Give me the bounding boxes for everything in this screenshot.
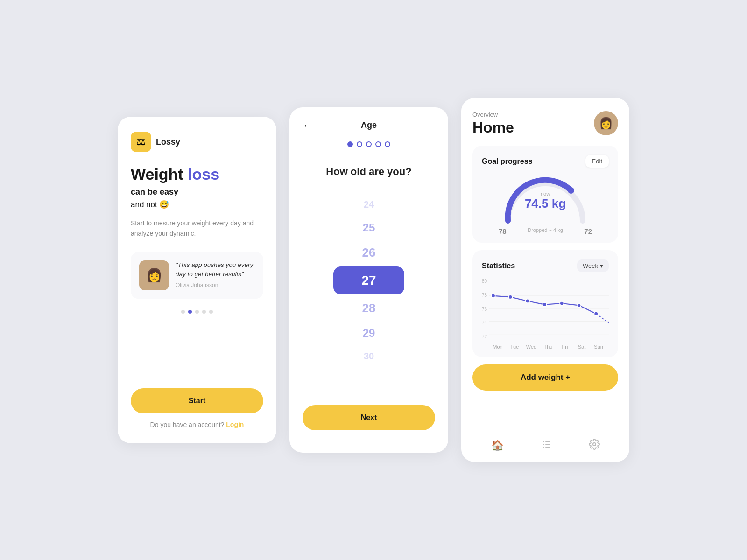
home-title: Home xyxy=(472,119,514,136)
app-name: Lossy xyxy=(156,137,180,147)
prog-dot-3 xyxy=(366,141,372,147)
age-question: How old are you? xyxy=(326,166,411,178)
home-header: Overview Home 👩 xyxy=(472,111,618,136)
start-button[interactable]: Start xyxy=(131,388,263,413)
chart-label-fri: Fri xyxy=(557,344,573,350)
user-avatar[interactable]: 👩 xyxy=(594,111,618,135)
gauge-labels: 78 Dropped ~ 4 kg 72 xyxy=(499,227,592,235)
cta-section: Start Do you have an account? Login xyxy=(131,388,263,428)
login-prompt: Do you have an account? xyxy=(150,421,225,428)
age-card-footer: Next xyxy=(303,390,435,438)
age-item-30[interactable]: 30 xyxy=(333,346,404,366)
svg-rect-6 xyxy=(543,441,544,442)
dot-5[interactable] xyxy=(209,310,213,314)
chart-point-mon xyxy=(491,294,495,298)
age-item-25[interactable]: 25 xyxy=(333,217,404,239)
testimonial-quote: "This app pushes you every day to get be… xyxy=(176,260,255,280)
chart-label-sun: Sun xyxy=(590,344,607,350)
home-card: Overview Home 👩 Goal progress Edit xyxy=(461,98,629,462)
y-label-76: 76 xyxy=(482,307,487,312)
chart-point-wed xyxy=(526,299,530,303)
add-weight-button[interactable]: Add weight + xyxy=(472,364,618,391)
next-button[interactable]: Next xyxy=(303,405,435,430)
avatar-face: 👩 xyxy=(146,267,162,283)
list-icon xyxy=(541,439,552,453)
y-label-72: 72 xyxy=(482,334,487,339)
chart-point-sat xyxy=(577,303,581,308)
svg-rect-11 xyxy=(545,447,550,448)
subheadline: can be easy xyxy=(131,187,263,197)
gauge-container: now 74.5 kg 78 Dropped ~ 4 kg 72 xyxy=(482,174,609,235)
x-axis-labels: Mon Tue Wed Thu Fri Sat Sun xyxy=(482,344,609,350)
gauge-center: now 74.5 kg xyxy=(525,191,566,211)
goal-progress-card: Goal progress Edit now 74.5 kg 78 xyxy=(472,146,618,243)
gauge-dot xyxy=(568,187,574,194)
avatar-icon: 👩 xyxy=(599,117,613,130)
age-item-29[interactable]: 29 xyxy=(333,322,404,344)
age-item-24[interactable]: 24 xyxy=(333,195,404,215)
app-logo-icon: ⚖ xyxy=(131,132,151,152)
testimonial-card: 👩 "This app pushes you every day to get … xyxy=(131,252,263,299)
week-button[interactable]: Week ▾ xyxy=(577,259,609,272)
overview-label: Overview xyxy=(472,111,514,118)
age-picker[interactable]: 24 25 26 27 28 29 30 xyxy=(333,195,404,390)
svg-rect-9 xyxy=(545,444,550,445)
edit-button[interactable]: Edit xyxy=(585,155,609,168)
headline-accent: loss xyxy=(188,165,219,183)
nav-settings[interactable] xyxy=(589,439,600,453)
age-card: ← Age How old are you? 24 25 26 27 28 29… xyxy=(289,107,448,453)
chart-point-tue xyxy=(508,295,513,299)
dot-2[interactable] xyxy=(188,310,192,314)
gear-icon xyxy=(589,439,600,453)
age-item-26[interactable]: 26 xyxy=(333,241,404,265)
svg-rect-7 xyxy=(545,441,550,442)
home-title-section: Overview Home xyxy=(472,111,514,136)
statistics-header: Statistics Week ▾ xyxy=(482,259,609,272)
prog-dot-2 xyxy=(357,141,362,147)
app-container: ⚖ Lossy Weight loss can be easy and not … xyxy=(99,79,648,481)
headline: Weight loss xyxy=(131,165,263,183)
prog-dot-5 xyxy=(385,141,390,147)
nav-list[interactable] xyxy=(541,439,552,453)
goal-progress-title: Goal progress xyxy=(482,157,532,166)
chart-label-mon: Mon xyxy=(489,344,506,350)
nav-home[interactable]: 🏠 xyxy=(491,440,504,452)
svg-point-12 xyxy=(593,443,596,446)
dot-3[interactable] xyxy=(195,310,199,314)
gauge-now-label: now xyxy=(525,191,566,196)
chart-area: 80 78 76 74 72 xyxy=(482,279,609,350)
chart-label-tue: Tue xyxy=(506,344,523,350)
y-axis-labels: 80 78 76 74 72 xyxy=(482,279,487,339)
testimonial-author: Olivia Johansson xyxy=(176,282,255,288)
dot-4[interactable] xyxy=(202,310,206,314)
headline-text1: Weight xyxy=(131,165,188,183)
y-label-74: 74 xyxy=(482,320,487,325)
gauge-weight-value: 74.5 kg xyxy=(525,196,566,211)
prog-dot-4 xyxy=(375,141,381,147)
age-item-27[interactable]: 27 xyxy=(333,266,404,294)
login-row: Do you have an account? Login xyxy=(131,421,263,428)
gauge-left-val: 78 xyxy=(499,227,507,235)
emoji-line: and not 😅 xyxy=(131,200,263,210)
chart-label-thu: Thu xyxy=(540,344,557,350)
gauge-right-val: 72 xyxy=(584,227,592,235)
onboarding-card: ⚖ Lossy Weight loss can be easy and not … xyxy=(118,117,276,443)
prog-dot-1 xyxy=(347,141,353,147)
goal-progress-header: Goal progress Edit xyxy=(482,155,609,168)
chevron-down-icon: ▾ xyxy=(600,262,603,269)
gauge-dropped-label: Dropped ~ 4 kg xyxy=(528,227,563,235)
back-button[interactable]: ← xyxy=(303,119,313,132)
age-card-header: ← Age xyxy=(303,120,435,130)
svg-rect-8 xyxy=(543,444,544,445)
home-icon: 🏠 xyxy=(491,440,504,452)
chart-label-sat: Sat xyxy=(573,344,590,350)
dot-1 xyxy=(181,310,185,314)
carousel-dots xyxy=(131,310,263,314)
y-label-78: 78 xyxy=(482,293,487,298)
chart-point-fri xyxy=(560,301,564,306)
login-link[interactable]: Login xyxy=(226,421,244,428)
age-item-28[interactable]: 28 xyxy=(333,296,404,320)
statistics-card: Statistics Week ▾ 80 78 76 74 72 xyxy=(472,250,618,357)
testimonial-content: "This app pushes you every day to get be… xyxy=(176,260,255,289)
age-card-title: Age xyxy=(361,120,377,130)
